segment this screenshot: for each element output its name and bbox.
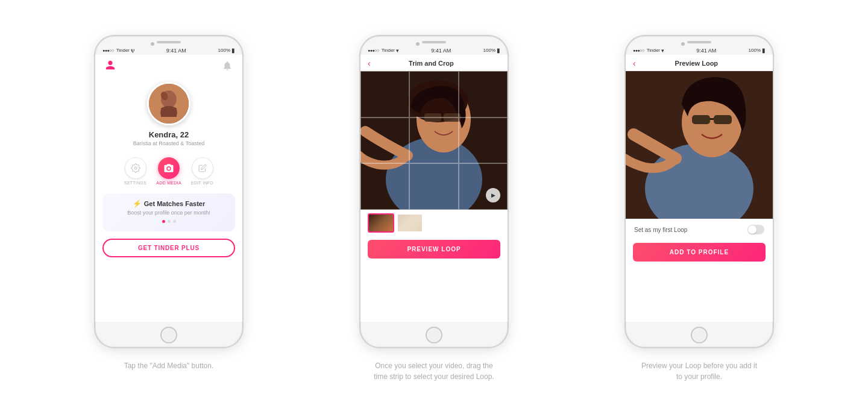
timeline-thumb-active[interactable] [368, 213, 394, 233]
edit-info-btn[interactable]: EDIT INFO [191, 157, 213, 185]
boost-dots [162, 220, 176, 223]
profile-icon[interactable] [105, 60, 116, 74]
timeline-thumb-2[interactable] [397, 213, 423, 233]
home-btn-circle-2 [426, 327, 442, 343]
status-right-1: 100% ▮ [218, 47, 235, 54]
profile-name: Kendra, 22 [95, 129, 242, 140]
edit-info-label: EDIT INFO [191, 181, 213, 185]
thumb-img-1 [369, 215, 393, 231]
status-left-2: ●●●○○ Tinder ▾ [368, 48, 399, 54]
add-media-icon-circle [158, 157, 180, 179]
status-bar-3: ●●●○○ Tinder ▾ 9:41 AM 100% ▮ [626, 46, 773, 55]
caption-2-line1: Once you select your video, drag the [375, 362, 492, 370]
avatar[interactable] [147, 82, 190, 125]
loop-toggle-row: Set as my first Loop [626, 219, 773, 240]
preview-loop-button[interactable]: PREVIEW LOOP [368, 240, 500, 259]
phone-section-3: ●●●○○ Tinder ▾ 9:41 AM 100% ▮ ‹ Preview … [585, 35, 814, 382]
status-time-2: 9:41 AM [431, 48, 451, 54]
camera-dot-3 [681, 42, 685, 46]
edit-icon [198, 164, 207, 172]
camera-plus-icon [163, 163, 174, 174]
add-media-btn[interactable]: ADD MEDIA [156, 157, 181, 185]
bolt-icon: ⚡ [133, 199, 142, 208]
phone-section-1: ●●●○○ Tinder 𝛙 9:41 AM 100% ▮ [54, 35, 283, 371]
speaker-3 [687, 41, 711, 43]
signal-text-1: ●●●○○ [102, 48, 114, 52]
play-button-2[interactable]: ▶ [486, 188, 500, 202]
battery-2: 100% [483, 48, 495, 53]
caption-3-line2: to your profile. [676, 372, 722, 381]
speaker-1 [157, 41, 181, 43]
wifi-icon-1: 𝛙 [131, 47, 134, 54]
phone-frame-1: ●●●○○ Tinder 𝛙 9:41 AM 100% ▮ [94, 35, 244, 348]
svg-rect-9 [424, 113, 441, 122]
home-button-2[interactable] [360, 322, 508, 347]
phone-screen-1: Kendra, 22 Baristia at Roasted & Toasted… [95, 55, 242, 322]
camera-dot-2 [416, 42, 420, 46]
phone-screen-2: ‹ Trim and Crop [360, 55, 508, 322]
add-to-profile-button[interactable]: ADD TO PROFILE [633, 243, 766, 262]
back-arrow-2[interactable]: ‹ [368, 58, 371, 68]
video-preview-placeholder [626, 71, 773, 219]
carrier-2: Tinder [382, 48, 395, 53]
boost-title-text: Get Matches Faster [144, 200, 205, 207]
carrier-3: Tinder [647, 48, 660, 53]
home-btn-circle-3 [691, 327, 708, 343]
battery-icon-2: ▮ [497, 47, 500, 54]
status-bar-1: ●●●○○ Tinder 𝛙 9:41 AM 100% ▮ [95, 46, 242, 55]
settings-label: SETTINGS [124, 181, 146, 185]
battery-icon-3: ▮ [762, 47, 766, 54]
svg-point-3 [134, 167, 137, 169]
battery-3: 100% [749, 48, 761, 53]
settings-btn[interactable]: SETTINGS [124, 157, 146, 185]
status-left-3: ●●●○○ Tinder ▾ [633, 48, 664, 54]
caption-1: Tap the "Add Media" button. [124, 360, 214, 371]
svg-rect-11 [441, 116, 444, 118]
phone-top-2 [360, 36, 508, 46]
svg-rect-18 [710, 118, 714, 120]
home-btn-circle-1 [160, 327, 177, 343]
video-content-3 [626, 71, 773, 219]
thumb-img-2 [398, 215, 422, 231]
boost-dot-3 [173, 220, 176, 223]
svg-point-4 [168, 168, 171, 171]
home-button-1[interactable] [95, 322, 242, 347]
phone-top-3 [626, 36, 773, 46]
loop-toggle-label: Set as my first Loop [634, 227, 687, 233]
video-crop-area: ▶ [360, 71, 508, 210]
back-arrow-3[interactable]: ‹ [633, 58, 636, 68]
signal-text-2: ●●●○○ [368, 48, 379, 52]
status-right-3: 100% ▮ [749, 47, 766, 54]
status-bar-2: ●●●○○ Tinder ▾ 9:41 AM 100% ▮ [360, 46, 508, 55]
nav-title-2: Trim and Crop [409, 60, 454, 67]
timeline-strip[interactable] [360, 210, 508, 236]
signal-text-3: ●●●○○ [633, 48, 644, 52]
boost-dot-2 [168, 220, 171, 223]
caption-2-line2: time strip to select your desired Loop. [374, 372, 494, 381]
camera-dot-1 [151, 42, 154, 46]
caption-3: Preview your Loop before you add it to y… [641, 360, 757, 382]
svg-rect-17 [714, 115, 732, 124]
caption-3-line1: Preview your Loop before you add it [641, 362, 757, 370]
wifi-icon-2: ▾ [396, 48, 399, 54]
boost-title: ⚡ Get Matches Faster [133, 199, 205, 208]
toggle-knob [748, 225, 756, 234]
notification-icon[interactable] [222, 60, 233, 74]
battery-icon-1: ▮ [231, 47, 235, 54]
phone-frame-2: ●●●○○ Tinder ▾ 9:41 AM 100% ▮ ‹ Trim and… [359, 35, 509, 348]
boost-dot-1 [162, 220, 165, 223]
tinder-plus-button[interactable]: GET TINDER PLUS [102, 239, 235, 257]
add-media-label: ADD MEDIA [156, 181, 181, 185]
home-button-3[interactable] [626, 322, 773, 347]
phone-screen-3: ‹ Preview Loop [626, 55, 773, 322]
toggle-switch[interactable] [747, 225, 764, 234]
avatar-container [95, 76, 242, 129]
phone1-header [95, 55, 242, 76]
status-time-3: 9:41 AM [696, 48, 716, 54]
video-content-2 [360, 71, 508, 210]
boost-subtitle: Boost your profile once per month! [127, 210, 210, 216]
video-placeholder-2 [360, 71, 508, 210]
boost-card: ⚡ Get Matches Faster Boost your profile … [102, 193, 235, 231]
status-right-2: 100% ▮ [483, 47, 500, 54]
phone2-nav: ‹ Trim and Crop [360, 55, 508, 71]
